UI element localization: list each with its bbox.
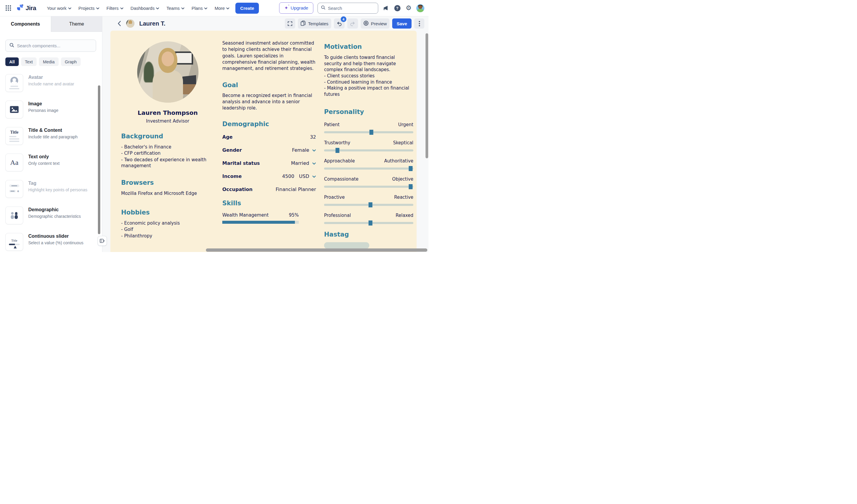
- hastag-chip[interactable]: [324, 242, 369, 249]
- slider-handle[interactable]: [409, 166, 413, 171]
- component-title: Demographic: [28, 207, 81, 213]
- primary-nav: Your workProjectsFiltersDashboardsTeamsP…: [44, 3, 232, 13]
- component-item-demographic[interactable]: DemographicDemographic characteristics: [5, 206, 96, 224]
- save-button[interactable]: Save: [392, 18, 411, 29]
- component-item-text-only[interactable]: AaText onlyOnly content text: [5, 153, 96, 171]
- collapse-sidebar-button[interactable]: [98, 236, 107, 246]
- templates-button[interactable]: Templates: [298, 18, 331, 29]
- nav-item-projects[interactable]: Projects: [75, 3, 102, 13]
- slider-handle[interactable]: [369, 202, 373, 207]
- slider-handle[interactable]: [369, 220, 373, 225]
- value-text: Married: [291, 161, 309, 166]
- filter-chip-all[interactable]: All: [5, 57, 19, 66]
- help-icon[interactable]: ?: [394, 4, 401, 12]
- component-item-image[interactable]: ImagePersonas image: [5, 101, 96, 118]
- search-icon: [321, 5, 325, 11]
- preview-button[interactable]: Preview: [360, 18, 389, 29]
- hobbies-heading[interactable]: Hobbies: [121, 209, 214, 216]
- slider-track[interactable]: [324, 204, 413, 206]
- slider-track[interactable]: [324, 131, 413, 133]
- component-search[interactable]: [5, 39, 96, 52]
- redo-button[interactable]: [347, 18, 358, 29]
- skills-heading[interactable]: Skills: [222, 200, 316, 207]
- persona-name[interactable]: Lauren Thompson: [121, 109, 214, 116]
- browsers-heading[interactable]: Browsers: [121, 179, 214, 186]
- back-button[interactable]: [116, 20, 123, 27]
- component-item-title-content[interactable]: TitleTitle & ContentInclude title and pa…: [5, 127, 96, 145]
- demographic-value-marital-status[interactable]: Married: [291, 161, 316, 166]
- motivation-line: - Making a positive impact on financial …: [324, 85, 413, 97]
- browsers-text[interactable]: Mozilla Firefox and Microsoft Edge: [121, 190, 214, 196]
- persona-summary[interactable]: Seasoned investment advisor committed to…: [222, 40, 316, 72]
- demographic-value-age: 32: [310, 134, 316, 140]
- filter-chip-text[interactable]: Text: [21, 57, 37, 66]
- persona-card: Lauren Thompson Investment Advisor Backg…: [111, 31, 417, 252]
- canvas-header: Lauren T. Temp: [102, 16, 428, 31]
- persona-photo[interactable]: [137, 41, 199, 103]
- demographic-value-gender[interactable]: Female: [292, 147, 316, 153]
- hastag-heading[interactable]: Hastag: [324, 231, 413, 238]
- demographic-icon: [10, 211, 19, 220]
- user-avatar[interactable]: [416, 4, 424, 12]
- skill-progress-fill: [222, 221, 295, 224]
- demographic-label: Occupation: [222, 187, 253, 192]
- filter-chip-graph[interactable]: Graph: [61, 57, 81, 66]
- card-column-right: Motivation To guide clients toward finan…: [324, 39, 413, 252]
- nav-item-more[interactable]: More: [212, 3, 232, 13]
- fullscreen-button[interactable]: [285, 18, 295, 29]
- component-item-avatar[interactable]: AvatarInclude name and avatar: [5, 74, 96, 92]
- tab-theme[interactable]: Theme: [51, 16, 102, 32]
- create-button[interactable]: Create: [235, 3, 259, 14]
- slider-left-label: Professional: [324, 213, 351, 218]
- settings-gear-icon[interactable]: ⚙: [405, 4, 412, 12]
- more-options-button[interactable]: [414, 18, 424, 29]
- background-list[interactable]: - Bachelor's in Finance- CFP certificati…: [121, 144, 214, 169]
- background-heading[interactable]: Background: [121, 133, 214, 140]
- global-search-input[interactable]: [328, 6, 375, 11]
- slider-right-label: Urgent: [398, 122, 413, 127]
- nav-item-plans[interactable]: Plans: [189, 3, 211, 13]
- nav-item-label: Projects: [79, 6, 95, 11]
- background-item: - CFP certification: [121, 150, 214, 156]
- slider-track[interactable]: [324, 168, 413, 170]
- background-item: - Two decades of experience in wealth ma…: [121, 157, 214, 169]
- motivation-heading[interactable]: Motivation: [324, 43, 413, 50]
- component-description: Only content text: [28, 161, 60, 166]
- personality-slider-patient: PatientUrgent: [324, 122, 413, 133]
- nav-item-label: Teams: [166, 6, 180, 11]
- demographic-value-income[interactable]: 4500USD: [282, 173, 316, 179]
- app-switcher-icon[interactable]: [5, 4, 12, 12]
- background-item: - Bachelor's in Finance: [121, 144, 214, 150]
- component-search-input[interactable]: [17, 43, 92, 48]
- sidebar-scrollbar[interactable]: [98, 85, 100, 234]
- nav-item-teams[interactable]: Teams: [163, 3, 187, 13]
- component-item-tag[interactable]: +TagHighlight key points of personas: [5, 180, 96, 198]
- nav-item-filters[interactable]: Filters: [103, 3, 127, 13]
- persona-role[interactable]: Investment Advisor: [121, 118, 214, 124]
- nav-item-dashboards[interactable]: Dashboards: [128, 3, 163, 13]
- motivation-text[interactable]: To guide clients toward financial securi…: [324, 54, 413, 98]
- personality-heading[interactable]: Personality: [324, 108, 413, 115]
- slider-handle[interactable]: [409, 184, 413, 189]
- slider-handle[interactable]: [370, 130, 373, 135]
- jira-logo[interactable]: Jira: [16, 4, 36, 12]
- global-search[interactable]: [318, 3, 378, 14]
- tab-components[interactable]: Components: [0, 16, 51, 32]
- skills-list: Wealth Management95%: [222, 213, 316, 224]
- slider-track[interactable]: [324, 222, 413, 224]
- slider-track[interactable]: [324, 186, 413, 188]
- slider-handle[interactable]: [336, 148, 339, 153]
- hobbies-list[interactable]: - Economic policy analysis- Golf- Philan…: [121, 220, 214, 239]
- nav-item-your-work[interactable]: Your work: [44, 3, 74, 13]
- announcements-icon[interactable]: [382, 4, 389, 12]
- component-item-continuous-slider[interactable]: TitleContinuous sliderSelect a value (%)…: [5, 233, 96, 251]
- goal-heading[interactable]: Goal: [222, 82, 316, 89]
- slider-track[interactable]: [324, 149, 413, 151]
- goal-text[interactable]: Become a recognized expert in financial …: [222, 93, 316, 111]
- upgrade-button[interactable]: ✦✧ Upgrade: [279, 2, 313, 14]
- undo-button[interactable]: 4: [334, 18, 345, 29]
- filter-chip-media[interactable]: Media: [39, 57, 58, 66]
- vertical-scrollbar[interactable]: [425, 33, 428, 158]
- horizontal-scrollbar[interactable]: [206, 249, 427, 252]
- demographic-heading[interactable]: Demographic: [222, 120, 316, 128]
